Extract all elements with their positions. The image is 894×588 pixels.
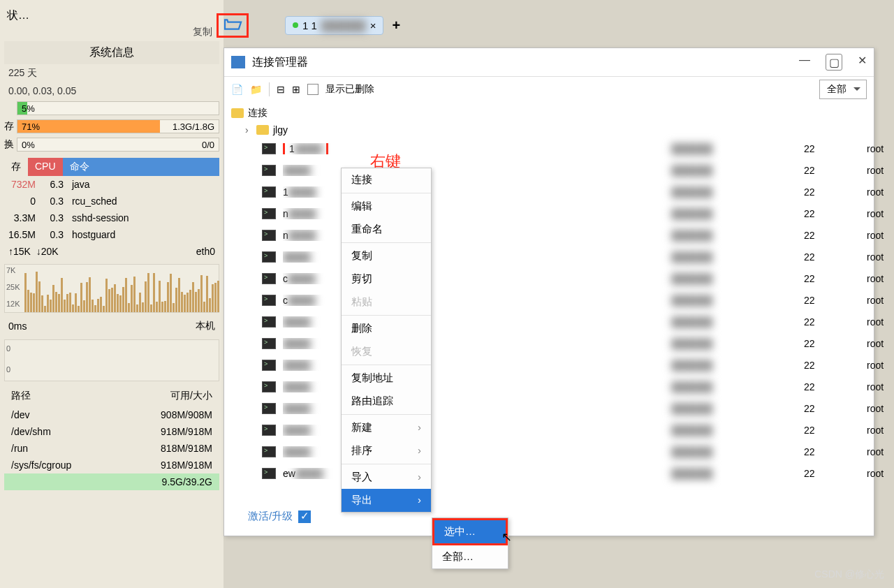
host-ip: ██████ xyxy=(671,251,783,263)
close-button[interactable]: ✕ xyxy=(858,54,867,71)
ctx-连接[interactable]: 连接 xyxy=(342,168,431,191)
host-ip: ██████ xyxy=(671,403,783,414)
ctx-粘贴: 粘贴 xyxy=(342,291,431,314)
ctx-复制地址[interactable]: 复制地址 xyxy=(342,367,431,390)
expand-icon[interactable]: › xyxy=(245,124,252,135)
terminal-icon xyxy=(262,360,276,371)
export-all[interactable]: 全部… xyxy=(432,545,508,568)
new-folder-icon[interactable]: 📁 xyxy=(250,84,262,95)
ctx-剪切[interactable]: 剪切 xyxy=(342,267,431,291)
ctx-排序[interactable]: 排序 xyxy=(342,439,431,462)
host-port: 22 xyxy=(804,338,832,349)
host-user: root xyxy=(867,186,874,198)
ctx-删除[interactable]: 删除 xyxy=(342,317,431,340)
context-menu[interactable]: 连接编辑重命名复制剪切粘贴删除恢复复制地址路由追踪新建排序导入导出 xyxy=(341,168,432,513)
host-row[interactable]: ██████████22root xyxy=(231,441,874,462)
host-port: 22 xyxy=(804,186,832,198)
minimize-button[interactable]: — xyxy=(799,54,810,71)
host-row[interactable]: ██████████22root xyxy=(231,397,874,419)
activate-upgrade[interactable]: 激活/升级 xyxy=(248,510,311,523)
host-ip: ██████ xyxy=(671,208,783,219)
ctx-导出[interactable]: 导出 xyxy=(342,489,431,512)
host-ip: ██████ xyxy=(671,316,783,328)
host-user: root xyxy=(867,143,874,154)
host-row[interactable]: ██████████22root xyxy=(231,246,874,267)
host-row[interactable]: ██████████22root xyxy=(231,376,874,397)
tree-root[interactable]: 连接 xyxy=(231,104,874,122)
ctx-复制[interactable]: 复制 xyxy=(342,244,431,267)
host-port: 22 xyxy=(804,316,832,328)
host-row[interactable]: c██████████22root xyxy=(231,289,874,311)
titlebar[interactable]: 连接管理器 — ▢ ✕ xyxy=(224,48,874,76)
export-selected[interactable]: 选中… xyxy=(432,518,508,545)
host-user: root xyxy=(867,165,874,176)
mem-bar-row: 存 71% 1.3G/1.8G xyxy=(4,117,219,135)
ctx-新建[interactable]: 新建 xyxy=(342,416,431,439)
new-file-icon[interactable]: 📄 xyxy=(231,84,243,95)
expand-icon[interactable]: ⊞ xyxy=(292,84,300,95)
ctx-导入[interactable]: 导入 xyxy=(342,466,431,489)
host-ip: ██████ xyxy=(671,381,783,392)
host-port: 22 xyxy=(804,251,832,263)
ctx-路由追踪[interactable]: 路由追踪 xyxy=(342,390,431,413)
system-info-panel: 状… 复制 系统信息 225 天 0.00, 0.03, 0.05 5% 存 7… xyxy=(0,0,224,588)
host-port: 22 xyxy=(804,165,832,176)
net-up: ↑15K xyxy=(8,246,31,257)
ctx-重命名[interactable]: 重命名 xyxy=(342,218,431,241)
host-user: root xyxy=(867,446,874,457)
host-row[interactable]: ██████████22root xyxy=(231,311,874,332)
host-ip: ██████ xyxy=(671,273,783,284)
terminal-icon xyxy=(262,425,276,436)
open-folder-highlight[interactable] xyxy=(217,13,249,38)
host-user: root xyxy=(867,295,874,306)
host-row[interactable]: ██████████22root xyxy=(231,332,874,354)
host-row[interactable]: ██████████22root xyxy=(231,159,874,181)
collapse-icon[interactable]: ⊟ xyxy=(277,84,285,95)
activate-checkbox[interactable] xyxy=(298,510,311,523)
host-row[interactable]: ██████████22root xyxy=(231,354,874,376)
section-system: 系统信息 xyxy=(4,41,219,64)
host-row[interactable]: c██████████22root xyxy=(231,267,874,289)
uptime-value: 225 天 xyxy=(8,67,37,80)
host-row[interactable]: ew██████████22root xyxy=(231,462,874,484)
terminal-icon xyxy=(262,403,276,414)
tab-mem[interactable]: 存 xyxy=(4,158,28,176)
host-row[interactable]: ██████████22root xyxy=(231,419,874,441)
host-ip: ██████ xyxy=(671,230,783,241)
terminal-icon xyxy=(262,186,276,198)
tab-close[interactable]: × xyxy=(370,20,376,31)
terminal-icon xyxy=(262,295,276,306)
show-deleted-checkbox[interactable] xyxy=(307,84,318,95)
ctx-编辑[interactable]: 编辑 xyxy=(342,195,431,218)
host-ip: ██████ xyxy=(671,295,783,306)
connection-tree[interactable]: 连接 › jlgy 1██████████22root██████████22r… xyxy=(224,101,874,527)
host-port: 22 xyxy=(804,403,832,414)
proc-tabs: 存 CPU 命令 xyxy=(4,158,219,176)
host-port: 22 xyxy=(804,295,832,306)
folder-open-icon xyxy=(223,17,242,32)
host-row[interactable]: 1██████████22root xyxy=(231,181,874,203)
fs-row: /dev/shm918M/918M xyxy=(4,423,219,440)
load-value: 0.00, 0.03, 0.05 xyxy=(8,85,76,96)
host-name: 1████ xyxy=(283,143,381,154)
tree-group[interactable]: › jlgy xyxy=(231,122,874,138)
net-if[interactable]: eth0 xyxy=(196,246,215,257)
filter-select[interactable]: 全部 xyxy=(819,80,867,99)
host-row[interactable]: n██████████22root xyxy=(231,224,874,246)
host-row[interactable]: 1██████████22root xyxy=(231,138,874,159)
export-submenu[interactable]: 选中… 全部… xyxy=(432,517,508,569)
host-port: 22 xyxy=(804,273,832,284)
copy-label[interactable]: 复制 xyxy=(4,26,219,38)
connection-manager-window: 连接管理器 — ▢ ✕ 📄 📁 ⊟ ⊞ 显示已删除 全部 连接 › jlgy 1… xyxy=(224,47,874,536)
mem-bar: 71% 1.3G/1.8G xyxy=(17,119,219,133)
tab-cmd[interactable]: 命令 xyxy=(63,158,219,176)
session-tab[interactable]: 1 1 ██████ × xyxy=(285,16,383,35)
tab-cpu[interactable]: CPU xyxy=(28,158,63,176)
host-row[interactable]: n██████████22root xyxy=(231,203,874,224)
network-chart: 7K 25K 12K xyxy=(4,264,219,313)
app-icon xyxy=(231,56,245,68)
fs-row: /run818M/918M xyxy=(4,440,219,457)
host-port: 22 xyxy=(804,143,832,154)
new-tab-button[interactable]: + xyxy=(392,17,400,34)
maximize-button[interactable]: ▢ xyxy=(826,54,842,71)
